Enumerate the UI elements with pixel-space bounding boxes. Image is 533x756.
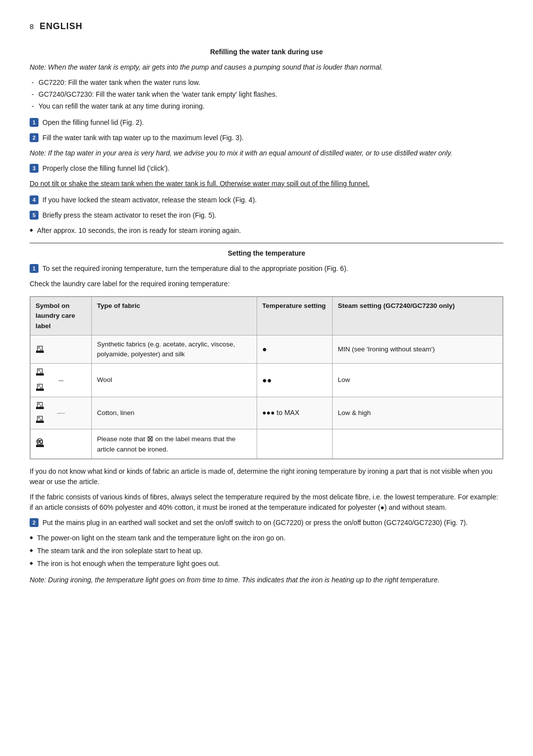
fabric-table-inner: Symbol on laundry care label Type of fab…	[30, 297, 503, 459]
fabric-table: Symbol on laundry care label Type of fab…	[30, 296, 503, 459]
refilling-bullet-list: GC7220: Fill the water tank when the wat…	[30, 77, 503, 112]
refilling-note: Note: When the water tank is empty, air …	[30, 62, 503, 73]
step-badge-3: 3	[30, 164, 38, 173]
steam-cell: Low	[333, 364, 503, 397]
refilling-step1: 1 Open the filling funnel lid (Fig. 2).	[30, 117, 503, 128]
page-header: 8 ENGLISH	[30, 20, 503, 33]
col-header-steam: Steam setting (GC7240/GC7230 only)	[333, 297, 503, 336]
step-badge-4: 4	[30, 195, 38, 204]
diamond-bullet-heat: The steam tank and the iron soleplate st…	[30, 546, 503, 556]
diamond-bullet-1: After approx. 10 seconds, the iron is re…	[30, 226, 503, 236]
symbol-cell: 🗳⊗	[31, 429, 92, 459]
temperature-step2: 2 Put the mains plug in an earthed wall …	[30, 518, 503, 528]
diamond-bullet-text: After approx. 10 seconds, the iron is re…	[37, 226, 241, 236]
temperature-heading: Setting the temperature	[30, 248, 503, 259]
step-badge-5: 5	[30, 211, 38, 220]
bullet-item: GC7240/GC7230: Fill the water tank when …	[30, 89, 503, 100]
step-badge-t2: 2	[30, 518, 38, 527]
step-text-5: Briefly press the steam activator to res…	[42, 210, 503, 221]
refilling-note2: Note: If the tap water in your area is v…	[30, 148, 503, 158]
temperature-step1: 1 To set the required ironing temperatur…	[30, 264, 503, 274]
bullet-item: GC7220: Fill the water tank when the wat…	[30, 77, 503, 88]
col-header-temp: Temperature setting	[257, 297, 333, 336]
symbol-cell: 🗳——🗳	[31, 397, 92, 429]
fabric-cell: Cotton, linen	[92, 397, 257, 429]
refilling-step2: 2 Fill the water tank with tap water up …	[30, 133, 503, 143]
iron-symbol: 🗳	[36, 344, 44, 354]
diamond-bullet-text: The power-on light on the steam tank and…	[37, 533, 286, 543]
iron-no-symbol: 🗳⊗	[36, 437, 44, 451]
page-title: ENGLISH	[39, 20, 82, 33]
section-divider	[30, 243, 503, 243]
steam-cell	[333, 429, 503, 459]
temp-cell: ●●● to MAX	[257, 397, 333, 429]
fabric-cell: Synthetic fabrics (e.g. acetate, acrylic…	[92, 335, 257, 364]
diamond-bullet-text: The steam tank and the iron soleplate st…	[37, 546, 202, 556]
warning-text: Do not tilt or shake the steam tank when…	[30, 179, 503, 189]
diamond-bullet-text: The iron is hot enough when the temperat…	[37, 559, 220, 569]
dot-circle: ●●● to MAX	[262, 409, 299, 416]
step-text-3: Properly close the filling funnel lid ('…	[42, 163, 503, 174]
iron-symbol: 🗳—🗳	[36, 368, 86, 393]
fabric-cell: Please note that ⊠ on the label means th…	[92, 429, 257, 459]
steam-cell: Low & high	[333, 397, 503, 429]
temp-cell: ●●	[257, 364, 333, 397]
col-header-fabric: Type of fabric	[92, 297, 257, 336]
step-badge-1: 1	[30, 118, 38, 127]
check-label: Check the laundry care label for the req…	[30, 279, 503, 289]
col-header-symbol: Symbol on laundry care label	[31, 297, 92, 336]
fabric-cell: Wool	[92, 364, 257, 397]
step-text-1: Open the filling funnel lid (Fig. 2).	[42, 117, 503, 128]
symbol-cell: 🗳—🗳	[31, 364, 92, 397]
table-row: 🗳⊗ Please note that ⊠ on the label means…	[31, 429, 503, 459]
step-text-4: If you have locked the steam activator, …	[42, 195, 503, 205]
table-row: 🗳——🗳 Cotton, linen ●●● to MAX Low & high	[31, 397, 503, 429]
refilling-step3: 3 Properly close the filling funnel lid …	[30, 163, 503, 174]
dot-circle: ●●	[262, 376, 271, 384]
step-text-t1: To set the required ironing temperature,…	[42, 264, 503, 274]
final-note: Note: During ironing, the temperature li…	[30, 575, 503, 585]
refilling-step4: 4 If you have locked the steam activator…	[30, 195, 503, 205]
table-row: 🗳—🗳 Wool ●● Low	[31, 364, 503, 397]
table-row: 🗳 Synthetic fabrics (e.g. acetate, acryl…	[31, 335, 503, 364]
page-number: 8	[30, 21, 34, 33]
step-text-t2: Put the mains plug in an earthed wall so…	[42, 518, 503, 528]
step-badge-t1: 1	[30, 264, 38, 273]
iron-symbol: 🗳——🗳	[36, 401, 86, 425]
refilling-heading: Refilling the water tank during use	[30, 47, 503, 57]
dot-circle: ●	[262, 345, 267, 353]
fabric-para2: If the fabric consists of various kinds …	[30, 492, 503, 513]
bullet-item: You can refill the water tank at any tim…	[30, 101, 503, 112]
diamond-bullet-ready: The iron is hot enough when the temperat…	[30, 559, 503, 569]
step-text-2: Fill the water tank with tap water up to…	[42, 133, 503, 143]
temp-cell	[257, 429, 333, 459]
diamond-bullet-power: The power-on light on the steam tank and…	[30, 533, 503, 543]
step-badge-2: 2	[30, 133, 38, 142]
refilling-step5: 5 Briefly press the steam activator to r…	[30, 210, 503, 221]
temp-cell: ●	[257, 335, 333, 364]
fabric-para1: If you do not know what kind or kinds of…	[30, 466, 503, 487]
steam-cell: MIN (see 'Ironing without steam')	[333, 335, 503, 364]
symbol-cell: 🗳	[31, 335, 92, 364]
